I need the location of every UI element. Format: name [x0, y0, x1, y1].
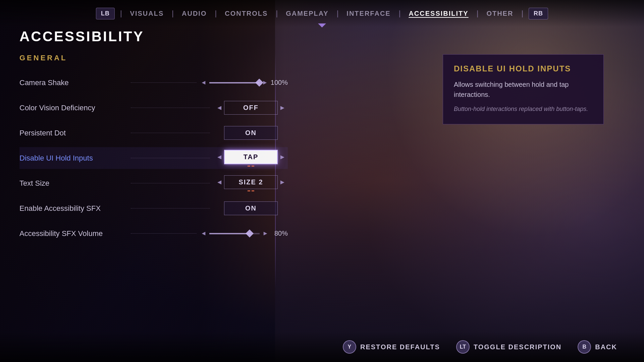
setting-dots-sfx-volume: [131, 233, 197, 234]
top-nav: LB | VISUALS | AUDIO | CONTROLS | GAMEPL…: [0, 0, 644, 27]
toggle-box-persistent-dot[interactable]: ON: [224, 126, 278, 140]
slider-fill-sfx-volume: [209, 233, 250, 234]
toggle-disable-ui-hold[interactable]: ◄ TAP ►: [214, 150, 288, 164]
bottom-bar: Y RESTORE DEFAULTS LT TOGGLE DESCRIPTION…: [0, 332, 644, 362]
action-toggle-description[interactable]: LT TOGGLE DESCRIPTION: [456, 340, 561, 354]
setting-row-accessibility-sfx[interactable]: Enable Accessibility SFX ON: [19, 197, 288, 219]
setting-name-color-vision: Color Vision Deficiency: [19, 104, 127, 112]
setting-dots-text-size: [131, 183, 210, 183]
nav-sep-3: |: [215, 9, 217, 18]
description-text: Allows switching between hold and tap in…: [454, 79, 593, 100]
nav-item-visuals[interactable]: VISUALS: [127, 8, 167, 19]
back-label: BACK: [595, 343, 617, 351]
lt-button: LT: [456, 340, 470, 354]
setting-row-persistent-dot[interactable]: Persistent Dot ON: [19, 122, 288, 144]
toggle-box-disable-ui-hold[interactable]: TAP: [224, 150, 278, 164]
slider-left-arrow-camera-shake[interactable]: ◄: [201, 79, 207, 86]
slider-camera-shake[interactable]: ◄ ► 100%: [201, 79, 288, 86]
description-title: DISABLE UI HOLD INPUTS: [454, 64, 593, 73]
rb-button[interactable]: RB: [529, 8, 548, 19]
settings-panel: GENERAL Camera Shake ◄ ► 100% Color Visi…: [19, 54, 288, 248]
setting-row-camera-shake[interactable]: Camera Shake ◄ ► 100%: [19, 72, 288, 94]
setting-dots-persistent-dot: [131, 133, 210, 133]
setting-dots-camera-shake: [131, 82, 197, 83]
setting-row-disable-ui-hold[interactable]: Disable UI Hold Inputs ◄ TAP ►: [19, 147, 288, 169]
setting-name-sfx-volume: Accessibility SFX Volume: [19, 229, 127, 238]
nav-sep-6: |: [399, 9, 401, 18]
dot-ts-2: [252, 190, 254, 191]
setting-dots-color-vision: [131, 108, 210, 108]
toggle-box-accessibility-sfx[interactable]: ON: [224, 201, 278, 215]
nav-active-indicator: [318, 23, 326, 27]
indicator-dots-text-size: [248, 190, 254, 191]
toggle-color-vision[interactable]: ◄ OFF ►: [214, 101, 288, 115]
action-restore-defaults[interactable]: Y RESTORE DEFAULTS: [343, 340, 440, 354]
nav-sep-8: |: [521, 9, 523, 18]
nav-sep-4: |: [276, 9, 278, 18]
toggle-accessibility-sfx[interactable]: ON: [214, 201, 288, 215]
toggle-box-text-size[interactable]: SIZE 2: [224, 175, 278, 189]
lb-button[interactable]: LB: [96, 8, 115, 19]
toggle-box-color-vision[interactable]: OFF: [224, 101, 278, 115]
setting-dots-disable-ui-hold: [131, 158, 210, 158]
setting-name-persistent-dot: Persistent Dot: [19, 129, 127, 137]
toggle-right-arrow-color-vision[interactable]: ►: [279, 104, 286, 112]
setting-name-camera-shake: Camera Shake: [19, 78, 127, 87]
nav-item-accessibility[interactable]: ACCESSIBILITY: [406, 8, 471, 19]
toggle-persistent-dot[interactable]: ON: [214, 126, 288, 140]
setting-name-text-size: Text Size: [19, 179, 127, 188]
nav-sep-7: |: [477, 9, 479, 18]
setting-name-disable-ui-hold: Disable UI Hold Inputs: [19, 154, 127, 163]
toggle-right-arrow-disable-ui-hold[interactable]: ►: [279, 153, 286, 161]
toggle-text-size[interactable]: ◄ SIZE 2 ►: [214, 175, 288, 189]
setting-dots-accessibility-sfx: [131, 208, 210, 208]
description-box: DISABLE UI HOLD INPUTS Allows switching …: [443, 54, 604, 124]
setting-name-accessibility-sfx: Enable Accessibility SFX: [19, 204, 127, 213]
y-button: Y: [343, 340, 356, 354]
toggle-left-arrow-text-size[interactable]: ◄: [216, 178, 223, 186]
nav-sep-5: |: [337, 9, 339, 18]
toggle-description-label: TOGGLE DESCRIPTION: [474, 343, 561, 351]
slider-left-arrow-sfx-volume[interactable]: ◄: [201, 230, 207, 237]
nav-item-audio[interactable]: AUDIO: [179, 8, 209, 19]
dot-1: [248, 166, 250, 167]
slider-track-camera-shake: [209, 82, 259, 83]
nav-sep-1: |: [120, 9, 122, 18]
toggle-left-arrow-color-vision[interactable]: ◄: [216, 104, 223, 112]
setting-row-text-size[interactable]: Text Size ◄ SIZE 2 ►: [19, 172, 288, 194]
nav-sep-2: |: [172, 9, 174, 18]
restore-defaults-label: RESTORE DEFAULTS: [360, 343, 440, 351]
slider-track-sfx-volume: [209, 233, 260, 234]
slider-value-sfx-volume: 80%: [271, 230, 288, 237]
setting-row-sfx-volume[interactable]: Accessibility SFX Volume ◄ ► 80%: [19, 223, 288, 244]
toggle-right-arrow-text-size[interactable]: ►: [279, 178, 286, 186]
b-button: B: [578, 340, 591, 354]
slider-value-camera-shake: 100%: [271, 79, 288, 86]
slider-right-arrow-sfx-volume[interactable]: ►: [262, 230, 268, 237]
nav-item-controls[interactable]: CONTROLS: [222, 8, 270, 19]
slider-fill-camera-shake: [209, 82, 259, 83]
dot-2: [252, 166, 254, 167]
nav-item-interface[interactable]: INTERFACE: [344, 8, 393, 19]
action-back[interactable]: B BACK: [578, 340, 617, 354]
toggle-left-arrow-disable-ui-hold[interactable]: ◄: [216, 153, 223, 161]
section-label-general: GENERAL: [19, 54, 288, 62]
slider-sfx-volume[interactable]: ◄ ► 80%: [201, 230, 288, 237]
dot-ts-1: [248, 190, 250, 191]
slider-thumb-sfx-volume: [246, 230, 254, 238]
description-note: Button-hold interactions replaced with b…: [454, 105, 593, 113]
nav-item-gameplay[interactable]: GAMEPLAY: [283, 8, 331, 19]
indicator-dots: [248, 166, 254, 167]
setting-row-color-vision[interactable]: Color Vision Deficiency ◄ OFF ►: [19, 97, 288, 119]
nav-item-other[interactable]: OTHER: [484, 8, 516, 19]
page-title: ACCESSIBILITY: [19, 28, 144, 45]
